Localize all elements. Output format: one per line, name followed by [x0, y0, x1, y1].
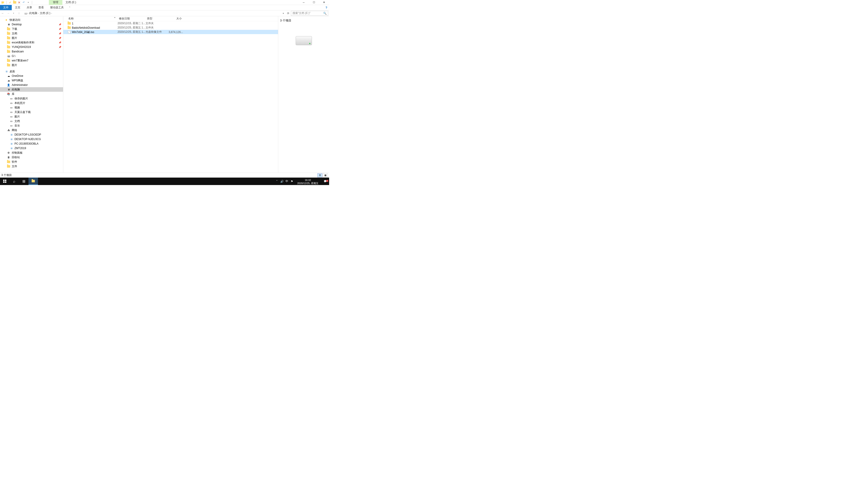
breadcrumb[interactable]: 🖴 › 此电脑 › 文档 (E:) › [23, 11, 281, 15]
folder-icon: 🖴 [7, 54, 10, 58]
nav-qa-item[interactable]: 图片📌 [0, 36, 63, 40]
clock[interactable]: 16:32 2020/12/25, 星期五 [294, 178, 321, 185]
column-header-date[interactable]: 修改日期 [117, 17, 145, 21]
address-dropdown-icon[interactable]: ▾ [281, 12, 285, 14]
search-input[interactable]: 搜索"文档 (E:)" 🔍 [291, 11, 328, 16]
nav-library-item[interactable]: ▭天翼云盘下载 [0, 110, 63, 114]
nav-desktop-item[interactable]: ☁WPS网盘 [0, 78, 63, 83]
breadcrumb-this-pc[interactable]: 此电脑 [28, 11, 38, 15]
library-icon: 📚 [7, 92, 10, 96]
file-name: Win7x64_2020.iso↖ [71, 31, 118, 34]
qat-new-folder-icon[interactable] [13, 1, 17, 4]
qat-undo-icon[interactable]: ↶ [22, 1, 26, 4]
up-button[interactable]: ↑ [16, 11, 22, 16]
nav-qa-item[interactable]: excel表格制作求和📌 [0, 40, 63, 45]
file-size: 3,874,126... [168, 31, 182, 34]
nav-desktop-root[interactable]: 🖥 桌面 [0, 69, 63, 74]
nav-qa-item[interactable]: 图片 [0, 63, 63, 67]
volume-icon[interactable]: 🔊 [279, 177, 284, 185]
nav-files-folder[interactable]: 文件 [0, 164, 63, 168]
pin-icon: 📌 [59, 28, 61, 30]
nav-qa-item[interactable]: 🖴G:\ [0, 54, 63, 58]
nav-library-item[interactable]: ▭文档 [0, 119, 63, 123]
nav-desktop-item[interactable]: 🖥此电脑 [0, 87, 63, 92]
ime-indicator[interactable]: 中 [284, 177, 289, 185]
nav-quick-access[interactable]: ★ 快速访问 [0, 18, 63, 22]
column-header-size[interactable]: 大小 [168, 17, 182, 21]
nav-library-item[interactable]: ▭本机照片 [0, 101, 63, 105]
maximize-button[interactable]: ☐ [309, 0, 319, 5]
drive-icon: 🖴 [24, 11, 28, 15]
title-bar: 📁 ✓ ✕ ↶ ▾ 管理 文档 (E:) ─ ☐ ✕ [0, 0, 329, 5]
nav-qa-item[interactable]: 下载📌 [0, 27, 63, 31]
nav-label: DESKTOP-NJEU3CG [14, 138, 41, 141]
nav-network[interactable]: 🖧 网络 [0, 128, 63, 132]
forward-button[interactable]: → [5, 11, 11, 16]
file-name: BaiduNetdiskDownload [71, 26, 118, 29]
nav-qa-item[interactable]: 文档📌 [0, 31, 63, 36]
nav-qa-item[interactable]: Bandicam [0, 49, 63, 54]
nav-recycle[interactable]: 🗑 回收站 [0, 155, 63, 160]
pc-icon: 🖥 [7, 88, 10, 91]
close-button[interactable]: ✕ [319, 0, 329, 5]
nav-qa-item[interactable]: YUNQISHI2019📌 [0, 45, 63, 49]
nav-library-item[interactable]: ▭图片 [0, 114, 63, 119]
nav-library-item[interactable]: ▭视频 [0, 105, 63, 110]
file-type: 文件夹 [146, 22, 168, 25]
nav-network-item[interactable]: 🖥ZMT2019 [0, 146, 63, 151]
search-icon[interactable]: 🔍 [323, 12, 327, 15]
details-view-button[interactable]: ☰ [317, 173, 322, 177]
tray-overflow-icon[interactable]: ˄ [274, 177, 279, 185]
nav-library-item[interactable]: ▭音乐 [0, 123, 63, 128]
icons-view-button[interactable]: ▦ [323, 173, 328, 177]
nav-library-item[interactable]: ▭保存的图片 [0, 96, 63, 101]
qat-properties-icon[interactable]: ✓ [8, 1, 12, 4]
action-center-button[interactable]: 💬 3 [321, 180, 329, 183]
breadcrumb-location[interactable]: 文档 (E:) [39, 11, 51, 15]
tab-home[interactable]: 主页 [12, 5, 24, 10]
nav-desktop-item[interactable]: 👤Administrator [0, 83, 63, 87]
explorer-taskbar-button[interactable] [29, 177, 38, 185]
contextual-tab-label[interactable]: 管理 [49, 0, 62, 5]
computer-icon: 🖥 [9, 137, 13, 141]
nav-software[interactable]: 软件 [0, 160, 63, 164]
tab-drive-tools[interactable]: 驱动器工具 [47, 5, 67, 10]
qat-delete-icon[interactable]: ✕ [18, 1, 21, 4]
column-headers: 名称 ▴ 修改日期 类型 大小 [63, 16, 278, 21]
help-icon[interactable]: ? [324, 5, 329, 10]
task-view-button[interactable]: ⊞ [19, 177, 29, 185]
computer-icon: 🖥 [9, 142, 13, 145]
refresh-button[interactable]: ⟳ [285, 12, 291, 15]
nav-qa-item[interactable]: win7重装win7 [0, 58, 63, 63]
file-row[interactable]: BaiduNetdiskDownload 2020/12/25, 星期五 1..… [63, 26, 278, 30]
qat-dropdown-icon[interactable]: ▾ [26, 1, 30, 4]
folder-icon [67, 26, 71, 30]
search-button[interactable]: ⌕ [9, 177, 19, 185]
security-icon[interactable]: ⚑ [289, 177, 294, 185]
file-row[interactable]: Win7x64_2020.iso↖ 2020/12/25, 星期五 1... 光… [63, 30, 278, 34]
nav-network-item[interactable]: 🖥DESKTOP-NJEU3CG [0, 137, 63, 141]
tab-share[interactable]: 共享 [24, 5, 35, 10]
nav-label: ZMT2019 [14, 147, 26, 150]
file-row[interactable]: 1 2020/12/15, 星期二 1... 文件夹 [63, 21, 278, 26]
tab-view[interactable]: 查看 [35, 5, 47, 10]
nav-qa-item[interactable]: 🖥Desktop📌 [0, 22, 63, 27]
column-header-name[interactable]: 名称 ▴ [66, 17, 117, 21]
start-button[interactable] [0, 177, 9, 185]
recent-dropdown-icon[interactable]: ▾ [11, 11, 16, 16]
nav-desktop-item[interactable]: ☁OneDrive [0, 74, 63, 78]
nav-desktop-item[interactable]: 📚库 [0, 92, 63, 96]
minimize-button[interactable]: ─ [299, 0, 309, 5]
nav-label: 文件 [12, 164, 17, 168]
column-header-type[interactable]: 类型 [145, 17, 168, 21]
library-item-icon: ▭ [9, 106, 13, 109]
chevron-right-icon[interactable]: › [51, 12, 52, 14]
nav-network-item[interactable]: 🖥DESKTOP-LSSOEDP [0, 132, 63, 137]
ribbon-collapse-icon[interactable]: ˄ [67, 5, 72, 10]
nav-control-panel[interactable]: ⚙ 控制面板 [0, 151, 63, 155]
nav-label: excel表格制作求和 [12, 41, 34, 44]
tab-file[interactable]: 文件 [0, 5, 12, 10]
back-button[interactable]: ← [0, 11, 5, 16]
nav-network-item[interactable]: 🖥PC-20190530OBLA [0, 141, 63, 146]
nav-label: G:\ [12, 55, 16, 58]
